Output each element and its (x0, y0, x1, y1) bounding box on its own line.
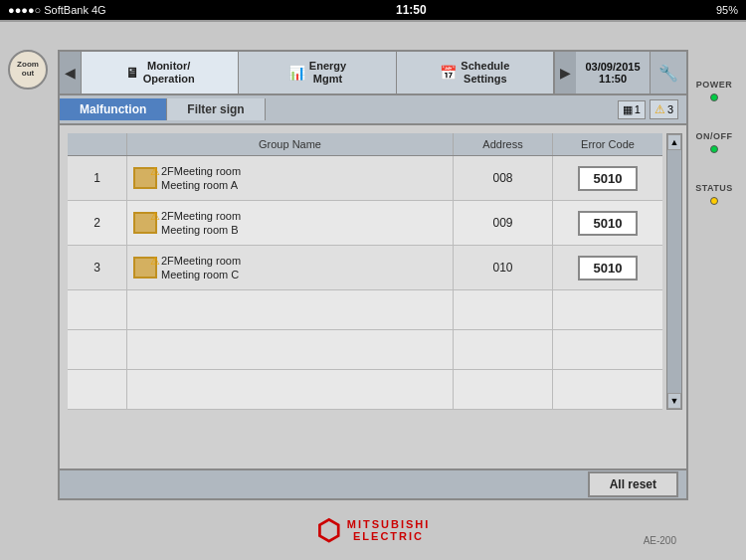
table-row: 3 2FMeeting room Meeting room C 010 5010 (68, 246, 662, 290)
power-led (710, 93, 718, 101)
schedule-tab-line1: Schedule (461, 60, 509, 73)
bottom-action-bar: All reset (60, 468, 686, 498)
table-scrollbar[interactable]: ▲ ▼ (666, 133, 682, 410)
warning-count: 3 (667, 103, 673, 115)
brand-text: MITSUBISHI ELECTRIC (347, 518, 431, 542)
grid-count: 1 (635, 103, 641, 115)
schedule-icon: 📅 (440, 65, 457, 81)
scroll-up-button[interactable]: ▲ (667, 134, 681, 150)
tab-monitor-operation[interactable]: 🖥 Monitor/ Operation (82, 52, 239, 93)
carrier-info: ●●●●○ SoftBank 4G (8, 4, 106, 16)
status-bar: ●●●●○ SoftBank 4G 11:50 95% (0, 0, 746, 20)
row1-num: 1 (68, 156, 127, 200)
scroll-down-button[interactable]: ▼ (667, 393, 681, 409)
status-time: 11:50 (396, 3, 427, 17)
row3-group-text: 2FMeeting room Meeting room C (161, 254, 241, 282)
row1-ac-icon (133, 167, 157, 189)
tab-malfunction[interactable]: Malfunction (60, 98, 167, 120)
power-control: POWER (696, 80, 733, 101)
row2-ac-icon (133, 212, 157, 234)
grid-icon: ▦ (623, 103, 633, 116)
warning-indicator: ⚠ 3 (650, 99, 678, 119)
col-header-error: Error Code (553, 133, 662, 155)
wrench-icon: 🔧 (658, 64, 678, 83)
row1-group-text: 2FMeeting room Meeting room A (161, 164, 241, 193)
empty-row (68, 330, 662, 370)
warning-icon: ⚠ (654, 102, 665, 116)
nav-next-arrow[interactable]: ▶ (554, 52, 576, 93)
row2-error: 5010 (553, 201, 662, 245)
row2-group-text: 2FMeeting room Meeting room B (161, 209, 241, 238)
all-reset-button[interactable]: All reset (588, 471, 678, 497)
sub-tab-bar: Malfunction Filter sign ▦ 1 ⚠ 3 (60, 95, 686, 125)
tab-energy-mgmt[interactable]: 📊 Energy Mgmt (239, 52, 396, 93)
device-frame: Zoom out ◀ 🖥 Monitor/ Operation 📊 Energy… (0, 20, 746, 560)
schedule-tab-line2: Settings (461, 73, 509, 86)
row3-num: 3 (68, 246, 127, 289)
col-header-address: Address (454, 133, 553, 155)
row3-group: 2FMeeting room Meeting room C (127, 246, 454, 289)
indicator-area: ▦ 1 ⚠ 3 (618, 99, 686, 119)
row3-error-box: 5010 (578, 256, 638, 280)
power-label: POWER (696, 80, 733, 90)
row2-address: 009 (454, 201, 553, 245)
energy-icon: 📊 (288, 65, 305, 81)
date-time-display: 03/09/2015 11:50 (576, 52, 651, 93)
onoff-control: ON/OFF (696, 131, 733, 153)
top-navigation: ◀ 🖥 Monitor/ Operation 📊 Energy Mgmt 📅 S (60, 52, 686, 95)
grid-indicator: ▦ 1 (618, 100, 646, 119)
model-number: AE-200 (644, 535, 676, 546)
right-controls-panel: POWER ON/OFF STATUS (690, 50, 738, 500)
monitor-icon: 🖥 (125, 65, 139, 81)
row3-error: 5010 (553, 246, 662, 289)
table-row: 2 2FMeeting room Meeting room B 009 5010 (68, 201, 662, 246)
date-display: 03/09/2015 (585, 61, 640, 73)
row1-error: 5010 (553, 156, 662, 200)
carrier-text: ●●●●○ SoftBank 4G (8, 4, 106, 16)
table-row: 1 2FMeeting room Meeting room A 008 5010 (68, 156, 662, 201)
main-screen: ◀ 🖥 Monitor/ Operation 📊 Energy Mgmt 📅 S (58, 50, 688, 500)
row2-group: 2FMeeting room Meeting room B (127, 201, 454, 245)
table-header: Group Name Address Error Code (68, 133, 662, 156)
scroll-track (667, 150, 681, 393)
status-label: STATUS (695, 183, 733, 193)
tab-filter-sign[interactable]: Filter sign (167, 98, 265, 120)
table-wrapper: Group Name Address Error Code 1 2FMeetin… (68, 133, 662, 410)
brand-line1: MITSUBISHI (347, 518, 431, 530)
table-area: Group Name Address Error Code 1 2FMeetin… (60, 125, 686, 414)
onoff-label: ON/OFF (696, 131, 733, 141)
row2-error-box: 5010 (578, 211, 638, 236)
monitor-tab-line1: Monitor/ (143, 60, 195, 73)
status-led (710, 197, 718, 205)
row3-ac-icon (133, 257, 157, 279)
monitor-tab-line2: Operation (143, 73, 195, 86)
col-header-num (68, 133, 127, 155)
battery-info: 95% (716, 4, 738, 16)
col-header-group: Group Name (127, 133, 454, 155)
mitsubishi-logo: ⬡ MITSUBISHI ELECTRIC (316, 514, 431, 547)
empty-row (68, 370, 662, 410)
branding-area: ⬡ MITSUBISHI ELECTRIC AE-200 (0, 500, 746, 560)
energy-tab-line2: Mgmt (309, 73, 346, 86)
settings-wrench-button[interactable]: 🔧 (651, 52, 686, 93)
tab-schedule-settings[interactable]: 📅 Schedule Settings (397, 52, 554, 93)
mitsubishi-diamond-icon: ⬡ (316, 514, 341, 547)
battery-text: 95% (716, 4, 738, 16)
nav-prev-arrow[interactable]: ◀ (60, 52, 82, 93)
row1-group: 2FMeeting room Meeting room A (127, 156, 454, 200)
energy-tab-line1: Energy (309, 60, 346, 73)
row1-error-box: 5010 (578, 166, 638, 191)
status-control: STATUS (695, 183, 733, 205)
zoom-out-button[interactable]: Zoom out (8, 50, 48, 90)
row2-num: 2 (68, 201, 127, 245)
empty-row (68, 290, 662, 330)
time-display: 11:50 (599, 73, 627, 85)
row1-address: 008 (454, 156, 553, 200)
onoff-led (710, 145, 718, 153)
row3-address: 010 (454, 246, 553, 289)
brand-line2: ELECTRIC (347, 530, 431, 542)
